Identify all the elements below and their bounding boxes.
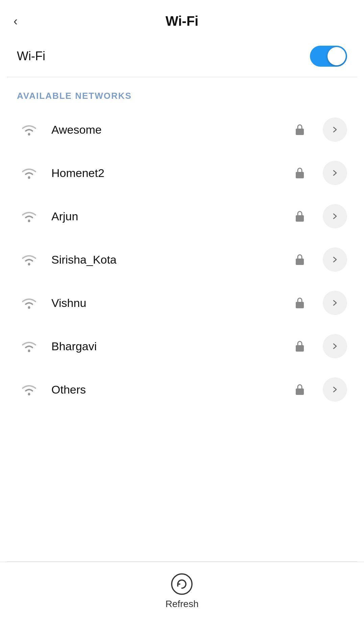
- network-item[interactable]: Bhargavi: [0, 325, 364, 368]
- svg-rect-7: [296, 259, 304, 265]
- svg-rect-11: [296, 345, 304, 352]
- svg-point-2: [28, 177, 30, 179]
- network-detail-button[interactable]: [323, 247, 347, 272]
- wifi-toggle[interactable]: [310, 46, 347, 67]
- refresh-button[interactable]: Refresh: [165, 572, 198, 609]
- wifi-signal-icon: [17, 295, 41, 310]
- svg-point-10: [28, 350, 30, 352]
- network-detail-button[interactable]: [323, 161, 347, 185]
- wifi-signal-icon: [17, 339, 41, 354]
- lock-icon: [294, 295, 306, 310]
- network-item[interactable]: Arjun: [0, 195, 364, 238]
- svg-rect-1: [296, 129, 304, 135]
- lock-icon: [294, 339, 306, 354]
- network-item[interactable]: Homenet2: [0, 151, 364, 195]
- svg-point-6: [28, 263, 30, 266]
- network-item[interactable]: Awesome: [0, 108, 364, 151]
- wifi-toggle-section: Wi-Fi: [0, 36, 364, 77]
- network-name: Sirisha_Kota: [51, 253, 284, 266]
- lock-icon: [294, 209, 306, 224]
- svg-point-14: [172, 574, 192, 594]
- toggle-knob: [327, 47, 346, 65]
- svg-point-4: [28, 220, 30, 222]
- network-item[interactable]: Others: [0, 368, 364, 411]
- svg-point-8: [28, 307, 30, 309]
- refresh-icon: [170, 572, 194, 596]
- lock-icon: [294, 252, 306, 267]
- svg-rect-3: [296, 172, 304, 178]
- network-detail-button[interactable]: [323, 334, 347, 358]
- wifi-toggle-label: Wi-Fi: [17, 49, 45, 63]
- network-name: Others: [51, 383, 284, 396]
- lock-icon: [294, 165, 306, 180]
- back-button[interactable]: ‹: [14, 15, 18, 27]
- network-detail-button[interactable]: [323, 377, 347, 402]
- network-detail-button[interactable]: [323, 117, 347, 142]
- wifi-signal-icon: [17, 122, 41, 137]
- network-detail-button[interactable]: [323, 204, 347, 228]
- available-networks-heading: AVAILABLE NETWORKS: [0, 77, 364, 108]
- wifi-signal-icon: [17, 252, 41, 267]
- svg-point-12: [28, 393, 30, 396]
- network-name: Arjun: [51, 210, 284, 223]
- network-name: Awesome: [51, 123, 284, 136]
- network-item[interactable]: Vishnu: [0, 281, 364, 325]
- network-name: Homenet2: [51, 166, 284, 180]
- bottom-bar: Refresh: [0, 562, 364, 623]
- network-name: Vishnu: [51, 296, 284, 310]
- page-title: Wi-Fi: [166, 14, 198, 29]
- lock-icon: [294, 122, 306, 137]
- svg-rect-13: [296, 388, 304, 395]
- header: ‹ Wi-Fi: [0, 0, 364, 36]
- network-item[interactable]: Sirisha_Kota: [0, 238, 364, 281]
- network-detail-button[interactable]: [323, 291, 347, 315]
- wifi-signal-icon: [17, 382, 41, 397]
- network-name: Bhargavi: [51, 340, 284, 353]
- refresh-label: Refresh: [165, 599, 198, 609]
- wifi-signal-icon: [17, 165, 41, 180]
- wifi-signal-icon: [17, 209, 41, 224]
- network-list: Awesome Homenet2: [0, 108, 364, 561]
- svg-rect-9: [296, 302, 304, 308]
- svg-point-0: [28, 133, 30, 136]
- lock-icon: [294, 382, 306, 397]
- svg-rect-5: [296, 215, 304, 222]
